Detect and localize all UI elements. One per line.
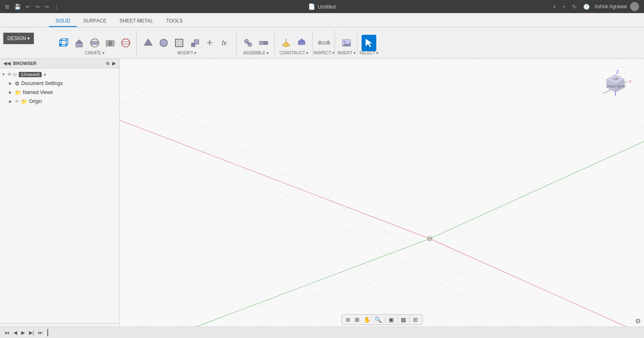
doc-settings-label: Document Settings [21, 81, 62, 86]
settings-button[interactable]: ⚙ [635, 317, 641, 325]
inspect-group: INSPECT ▾ [313, 30, 335, 56]
construct-axis[interactable] [294, 35, 309, 51]
svg-line-68 [120, 59, 644, 338]
timeline-last-button[interactable]: ⏭ [37, 329, 44, 336]
named-views-label: Named Views [23, 90, 53, 95]
view-cube[interactable]: Z TOP FRONT RIGHT X [599, 67, 632, 100]
modify-shell[interactable] [172, 35, 187, 51]
origin-expand[interactable]: ▶ [9, 99, 15, 103]
create-sphere-button[interactable] [118, 35, 133, 51]
inspect-measure[interactable] [317, 35, 331, 51]
svg-line-61 [120, 100, 644, 338]
origin-label: Origin [29, 98, 42, 104]
svg-marker-28 [282, 41, 290, 47]
select-button[interactable] [362, 35, 376, 51]
create-hole-button[interactable] [103, 35, 118, 51]
title-center: 📄 Untitled [308, 3, 335, 10]
create-box-button[interactable] [56, 35, 71, 51]
user-avatar [630, 2, 639, 11]
origin-visibility-icon[interactable]: 👁 [15, 99, 19, 104]
title-bar: ⊞ 💾 ↩ ↪ ↪ ⋮ 📄 Untitled × + ↻ 🕐 Ashok Agr… [0, 0, 644, 13]
assemble-joint[interactable] [256, 35, 271, 51]
modify-move[interactable]: ✛ [203, 35, 218, 51]
assemble-component[interactable] [241, 35, 255, 51]
doc-settings-expand[interactable]: ▶ [9, 81, 15, 85]
svg-line-48 [160, 59, 644, 338]
modify-formula[interactable]: fx [218, 35, 233, 51]
select-group: SELECT ▾ [358, 30, 380, 56]
svg-text:X: X [629, 79, 631, 83]
timeline-next-button[interactable]: ▶| [28, 329, 35, 336]
timeline-first-button[interactable]: ⏮ [3, 329, 11, 336]
options-button[interactable]: ⋮ [52, 3, 61, 11]
app-body: ◀◀ BROWSER ⊕ ▶ ▼ 👁 □ (Unsaved) ● ▶ ⚙ Doc… [0, 59, 644, 338]
browser-add-button[interactable]: ⊕ [106, 60, 110, 66]
vp-display-button[interactable]: ▣ [387, 316, 395, 324]
toolbar-icons: CREATE ▾ ✛ fx MODIFY ▾ [0, 27, 644, 58]
construct-plane[interactable] [279, 35, 293, 51]
timeline-prev-button[interactable]: ◀ [12, 329, 18, 336]
svg-line-62 [120, 120, 644, 338]
app-menu-button[interactable]: ⊞ [3, 3, 11, 11]
refresh-button[interactable]: ↻ [571, 3, 578, 11]
vp-look-at-button[interactable]: ⊠ [353, 316, 361, 324]
construct-group: CONSTRUCT ▾ [275, 30, 313, 56]
svg-point-12 [122, 39, 130, 47]
clock-button[interactable]: 🕐 [582, 3, 591, 11]
vp-separator-1 [385, 316, 385, 323]
undo-button[interactable]: ↩ [24, 3, 32, 11]
viewport[interactable]: Z TOP FRONT RIGHT X ⊕ ⊠ ✋ 🔍 [120, 59, 644, 338]
create-extrude-button[interactable] [72, 35, 87, 51]
root-visibility-icon[interactable]: 👁 [7, 72, 12, 77]
timeline-play-button[interactable]: ▶ [20, 329, 26, 336]
modify-scale[interactable] [187, 35, 202, 51]
close-tab-button[interactable]: × [551, 3, 557, 11]
browser-collapse-button[interactable]: ◀◀ [3, 60, 11, 66]
tab-solid[interactable]: SOLID [49, 16, 77, 27]
svg-text:fx: fx [222, 40, 227, 47]
browser-header: ◀◀ BROWSER ⊕ ▶ [0, 59, 119, 68]
viewport-grid [120, 59, 644, 338]
modify-press-pull[interactable] [141, 35, 155, 51]
vp-pan-button[interactable]: ✋ [362, 316, 372, 324]
tree-named-views[interactable]: ▶ 📁 Named Views [0, 88, 119, 97]
named-views-expand[interactable]: ▶ [9, 90, 15, 94]
redo-button[interactable]: ↪ [33, 3, 41, 11]
construct-label: CONSTRUCT ▾ [280, 51, 308, 55]
root-expand-arrow[interactable]: ▼ [2, 72, 7, 76]
browser-options-button[interactable]: ▶ [112, 60, 116, 66]
tab-tools[interactable]: TOOLS [160, 16, 189, 27]
insert-image[interactable] [339, 35, 354, 51]
save-button[interactable]: 💾 [13, 3, 22, 11]
tab-sheet-metal[interactable]: SHEET METAL [113, 16, 160, 27]
svg-line-51 [283, 59, 644, 292]
redo-button2[interactable]: ↪ [43, 3, 51, 11]
svg-point-9 [91, 41, 99, 45]
svg-rect-26 [264, 41, 268, 45]
vp-separator-3 [409, 316, 410, 323]
vp-zoom-button[interactable]: 🔍 [373, 316, 383, 324]
timeline-marker [47, 329, 48, 336]
design-button[interactable]: DESIGN ▾ [3, 33, 34, 44]
svg-rect-5 [59, 44, 61, 46]
tree-doc-settings[interactable]: ▶ ⚙ Document Settings [0, 79, 119, 88]
bottom-bar: ⏮ ◀ ▶ ▶| ⏭ [0, 327, 644, 338]
grid-lines-v [120, 59, 644, 338]
svg-text:✛: ✛ [207, 39, 212, 46]
main-toolbar: DESIGN ▾ SOLID SURFACE SHEET METAL TOOLS… [0, 13, 644, 59]
vp-grid-button[interactable]: ▦ [399, 316, 408, 324]
svg-rect-25 [260, 41, 263, 45]
vp-orbit-button[interactable]: ⊕ [344, 316, 352, 324]
svg-rect-30 [298, 41, 305, 45]
vp-more-button[interactable]: ⊞ [411, 316, 420, 324]
tree-root-item[interactable]: ▼ 👁 □ (Unsaved) ● [0, 70, 119, 79]
tab-surface[interactable]: SURFACE [77, 16, 113, 27]
create-revolve-button[interactable] [87, 35, 102, 51]
root-eye-icon[interactable]: ● [43, 72, 46, 77]
tree-origin[interactable]: ▶ 👁 📁 Origin [0, 97, 119, 106]
svg-rect-6 [76, 43, 82, 47]
sidebar: ◀◀ BROWSER ⊕ ▶ ▼ 👁 □ (Unsaved) ● ▶ ⚙ Doc… [0, 59, 120, 338]
modify-fillet[interactable] [156, 35, 171, 51]
grid-lines-h [120, 59, 644, 338]
new-tab-button[interactable]: + [561, 3, 567, 11]
